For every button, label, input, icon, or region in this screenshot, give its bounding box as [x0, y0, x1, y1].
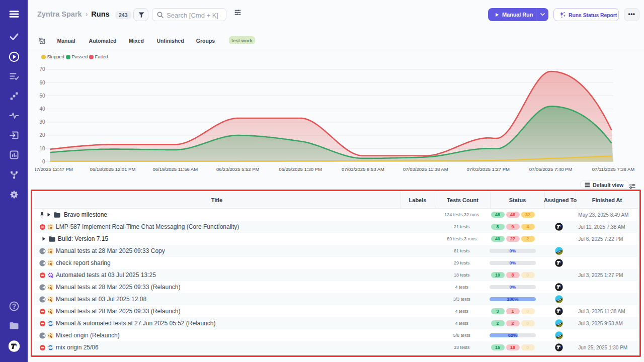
svg-text:06/25/2025 1:30 PM: 06/25/2025 1:30 PM	[279, 166, 322, 172]
svg-text:07/03/2025 9:53 AM: 07/03/2025 9:53 AM	[342, 166, 384, 172]
svg-text:20: 20	[39, 132, 45, 138]
svg-text:0: 0	[42, 159, 45, 164]
svg-text:07/03/2025 11:38 AM: 07/03/2025 11:38 AM	[403, 166, 448, 172]
svg-text:07/03/2025 1:27 PM: 07/03/2025 1:27 PM	[466, 166, 510, 172]
svg-text:06/17/2025 12:47 PM: 06/17/2025 12:47 PM	[35, 166, 73, 172]
svg-text:40: 40	[39, 106, 45, 112]
svg-text:50: 50	[39, 93, 45, 99]
svg-text:06/23/2025 5:52 PM: 06/23/2025 5:52 PM	[216, 166, 260, 172]
svg-text:06/18/2025 12:01 PM: 06/18/2025 12:01 PM	[90, 166, 135, 172]
svg-text:60: 60	[39, 80, 45, 85]
svg-text:07/06/2025 7:40 PM: 07/06/2025 7:40 PM	[529, 166, 573, 172]
svg-text:07/11/2025 7:38 AM: 07/11/2025 7:38 AM	[592, 166, 634, 172]
svg-text:70: 70	[39, 66, 45, 72]
svg-text:06/19/2025 11:56 AM: 06/19/2025 11:56 AM	[152, 166, 198, 172]
svg-text:30: 30	[39, 119, 45, 125]
svg-text:10: 10	[39, 146, 45, 151]
